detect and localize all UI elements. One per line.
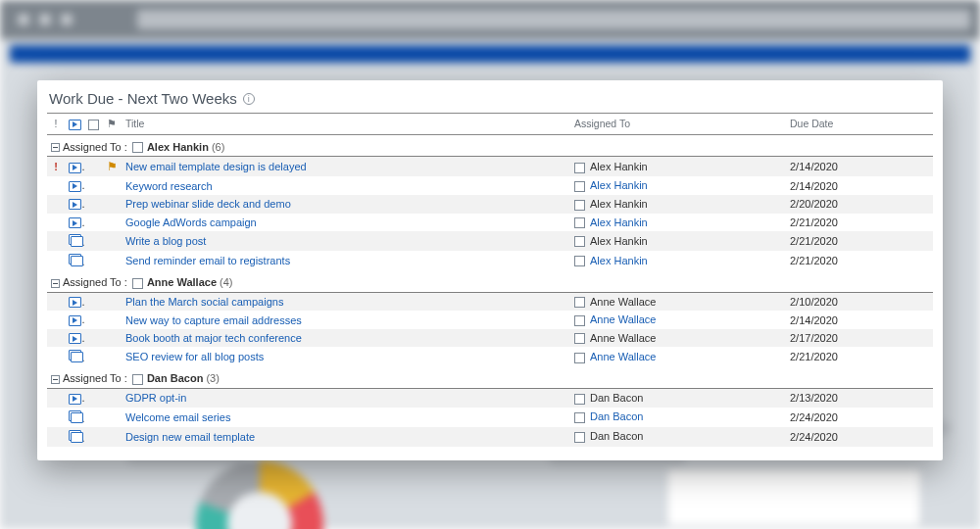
table-row[interactable]: Prep webinar slide deck and demoAlex Han… <box>47 195 933 214</box>
title-cell: Book booth at major tech conference <box>122 329 570 348</box>
type-cell <box>65 389 84 408</box>
table-row[interactable]: Plan the March social campaignsAnne Wall… <box>47 292 933 311</box>
importance-cell <box>47 176 65 195</box>
task-link[interactable]: Google AdWords campaign <box>125 216 257 228</box>
assigned-cell: Alex Hankin <box>570 251 786 270</box>
assignee-checkbox[interactable] <box>574 163 585 173</box>
table-row[interactable]: GDPR opt-inDan Bacon2/13/2020 <box>47 389 933 408</box>
importance-cell <box>47 427 65 447</box>
assignee-name: Alex Hankin <box>590 235 648 247</box>
summary-task-icon <box>69 234 82 246</box>
group-checkbox[interactable] <box>132 142 143 153</box>
assignee-name[interactable]: Alex Hankin <box>590 255 648 266</box>
row-checkbox-cell <box>84 176 102 195</box>
group-name: Dan Bacon <box>147 372 203 384</box>
group-header[interactable]: Assigned To : Anne Wallace (4) <box>47 270 933 292</box>
group-checkbox[interactable] <box>132 374 143 385</box>
table-row[interactable]: SEO review for all blog postsAnne Wallac… <box>47 347 933 366</box>
task-icon <box>69 181 81 192</box>
table-row[interactable]: New way to capture email addressesAnne W… <box>47 311 933 329</box>
assignee-name[interactable]: Alex Hankin <box>590 179 648 191</box>
assignee-checkbox[interactable] <box>574 353 585 363</box>
assignee-name: Anne Wallace <box>590 332 656 344</box>
flag-cell <box>102 389 122 408</box>
title-cell: Prep webinar slide deck and demo <box>122 195 570 214</box>
flag-cell <box>102 329 122 348</box>
assignee-name[interactable]: Alex Hankin <box>590 216 648 228</box>
table-row[interactable]: Keyword researchAlex Hankin2/14/2020 <box>47 176 933 195</box>
assignee-checkbox[interactable] <box>574 181 585 192</box>
col-check[interactable] <box>84 114 102 134</box>
task-icon <box>69 163 81 173</box>
task-link[interactable]: SEO review for all blog posts <box>125 351 264 362</box>
importance-cell <box>47 311 65 329</box>
row-checkbox-cell <box>84 408 102 427</box>
task-link[interactable]: Prep webinar slide deck and demo <box>125 198 291 210</box>
row-checkbox-cell <box>84 231 102 251</box>
expander-icon[interactable] <box>51 279 60 288</box>
task-link[interactable]: Send reminder email to registrants <box>125 255 290 266</box>
table-row[interactable]: Google AdWords campaignAlex Hankin2/21/2… <box>47 214 933 232</box>
expander-icon[interactable] <box>51 375 60 384</box>
col-importance[interactable]: ! <box>47 114 65 134</box>
assignee-name[interactable]: Anne Wallace <box>590 351 656 362</box>
group-header[interactable]: Assigned To : Dan Bacon (3) <box>47 366 933 388</box>
assignee-checkbox[interactable] <box>574 256 585 266</box>
assignee-name[interactable]: Anne Wallace <box>590 313 656 325</box>
col-flag[interactable]: ⚑ <box>102 114 122 134</box>
assignee-checkbox[interactable] <box>574 297 585 308</box>
table-row[interactable]: Book booth at major tech conferenceAnne … <box>47 329 933 348</box>
table-row[interactable]: Welcome email seriesDan Bacon2/24/2020 <box>47 408 933 427</box>
assignee-name[interactable]: Dan Bacon <box>590 410 643 422</box>
row-checkbox-cell <box>84 195 102 214</box>
task-link[interactable]: GDPR opt-in <box>125 392 186 404</box>
task-link[interactable]: Plan the March social campaigns <box>125 296 283 308</box>
assignee-name: Dan Bacon <box>590 430 643 442</box>
row-checkbox-cell <box>84 251 102 270</box>
col-assigned[interactable]: Assigned To <box>570 114 786 134</box>
task-link[interactable]: Keyword research <box>125 180 213 192</box>
assignee-checkbox[interactable] <box>574 236 585 247</box>
assigned-cell: Anne Wallace <box>570 292 786 311</box>
row-checkbox-cell <box>84 214 102 232</box>
importance-cell <box>47 292 65 311</box>
task-link[interactable]: New way to capture email addresses <box>125 314 302 326</box>
task-icon <box>69 217 81 228</box>
flag-cell <box>102 251 122 270</box>
assignee-checkbox[interactable] <box>574 315 585 326</box>
col-type[interactable] <box>65 114 84 134</box>
importance-cell <box>47 214 65 232</box>
assignee-checkbox[interactable] <box>574 394 585 405</box>
info-icon[interactable]: i <box>243 93 255 105</box>
table-row[interactable]: Send reminder email to registrantsAlex H… <box>47 251 933 270</box>
checkbox-icon <box>88 120 99 130</box>
importance-cell <box>47 329 65 348</box>
assigned-cell: Anne Wallace <box>570 347 786 366</box>
assignee-checkbox[interactable] <box>574 200 585 211</box>
due-date-cell: 2/21/2020 <box>786 347 933 366</box>
table-row[interactable]: !⚑New email template design is delayedAl… <box>47 157 933 177</box>
group-checkbox[interactable] <box>132 278 143 289</box>
assigned-cell: Alex Hankin <box>570 231 786 251</box>
col-title[interactable]: Title <box>122 114 570 134</box>
group-name: Alex Hankin <box>147 141 209 153</box>
title-cell: New way to capture email addresses <box>122 311 570 329</box>
assignee-checkbox[interactable] <box>574 333 585 344</box>
assignee-checkbox[interactable] <box>574 432 585 443</box>
due-date-cell: 2/21/2020 <box>786 231 933 251</box>
table-row[interactable]: Design new email templateDan Bacon2/24/2… <box>47 427 933 447</box>
task-link[interactable]: Book booth at major tech conference <box>125 332 302 344</box>
task-icon <box>69 199 81 210</box>
col-due[interactable]: Due Date <box>786 114 933 134</box>
expander-icon[interactable] <box>51 143 60 152</box>
task-link[interactable]: Design new email template <box>125 431 255 443</box>
due-date-cell: 2/20/2020 <box>786 195 933 214</box>
task-link[interactable]: New email template design is delayed <box>125 161 307 172</box>
assignee-checkbox[interactable] <box>574 412 585 423</box>
task-link[interactable]: Welcome email series <box>125 411 230 423</box>
group-header[interactable]: Assigned To : Alex Hankin (6) <box>47 134 933 157</box>
table-row[interactable]: Write a blog postAlex Hankin2/21/2020 <box>47 231 933 251</box>
task-link[interactable]: Write a blog post <box>125 235 206 247</box>
assignee-checkbox[interactable] <box>574 217 585 228</box>
type-cell <box>65 311 84 329</box>
